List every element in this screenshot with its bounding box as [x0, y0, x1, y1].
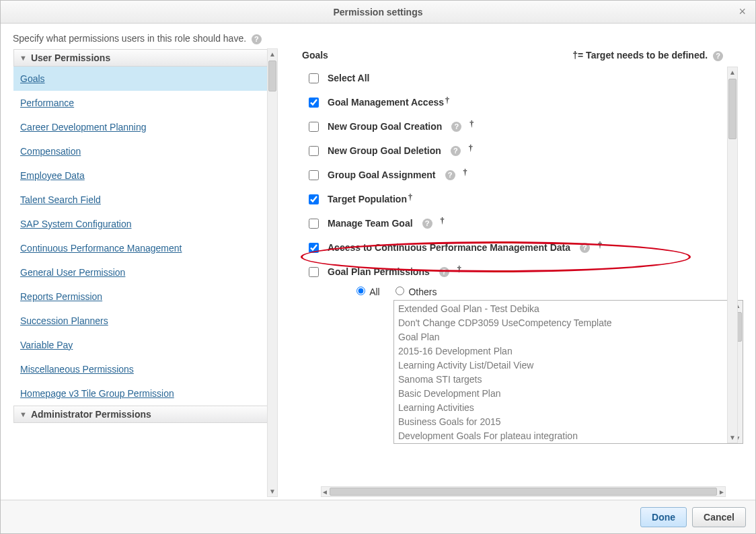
list-item[interactable]: Goal Plan	[398, 330, 739, 344]
dagger-icon: †	[598, 240, 602, 250]
permission-list: Select All Goal Management Access† New G…	[301, 67, 743, 444]
section-label: User Permissions	[31, 52, 110, 63]
dialog-body: Specify what permissions users in this r…	[1, 24, 755, 500]
panel-hscrollbar[interactable]: ◄ ►	[321, 486, 726, 497]
permissions-body: Select All Goal Management Access† New G…	[301, 67, 743, 497]
sidebar-item-employee-data[interactable]: Employee Data	[13, 163, 277, 188]
scroll-left-icon[interactable]: ◄	[322, 487, 328, 497]
scrollbar-thumb[interactable]	[268, 61, 276, 91]
permission-manage-team-goal: Manage Team Goal ? †	[306, 212, 743, 236]
section-user-permissions[interactable]: ▼ User Permissions	[13, 49, 277, 67]
goal-plan-listbox[interactable]: Extended Goal Plan - Test Debika Don't C…	[393, 300, 743, 444]
permission-label: Target Population†	[328, 194, 412, 205]
list-item[interactable]: Don't Change CDP3059 UseCompetency Templ…	[398, 316, 739, 330]
list-item[interactable]: Learning Activities	[398, 401, 739, 415]
checkbox-goal-management-access[interactable]	[309, 98, 319, 108]
dagger-icon: †	[463, 167, 467, 178]
permissions-title: Goals	[302, 50, 328, 61]
help-icon[interactable]: ?	[422, 219, 432, 229]
help-icon[interactable]: ?	[252, 34, 262, 44]
permission-label: New Group Goal Deletion	[328, 145, 441, 156]
sidebar-item-sap-system-configuration[interactable]: SAP System Configuration	[13, 212, 277, 236]
radio-all-label[interactable]: All	[353, 287, 380, 297]
permission-label: Access to Continuous Performance Managem…	[328, 242, 570, 253]
scroll-up-icon[interactable]: ▲	[269, 49, 276, 59]
permissions-panel: Goals †= Target needs to be defined. ? S…	[278, 48, 743, 497]
help-icon[interactable]: ?	[580, 243, 590, 253]
dagger-icon: †	[457, 264, 461, 274]
checkbox-select-all[interactable]	[309, 73, 319, 83]
sidebar-item-career-development-planning[interactable]: Career Development Planning	[13, 115, 277, 139]
section-user-permissions-items: Goals Performance Career Development Pla…	[13, 67, 277, 406]
permission-goal-management-access: Goal Management Access†	[306, 91, 743, 115]
sidebar-item-talent-search-field[interactable]: Talent Search Field	[13, 188, 277, 212]
goal-plan-scope-radios: All Others	[306, 284, 743, 297]
sidebar-item-reports-permission[interactable]: Reports Permission	[13, 284, 277, 309]
permissions-header: Goals †= Target needs to be defined. ?	[301, 48, 743, 67]
scroll-right-icon[interactable]: ►	[718, 487, 725, 497]
scrollbar-thumb[interactable]	[330, 488, 717, 496]
sidebar-scrollbar[interactable]: ▲ ▼	[267, 48, 278, 497]
permission-label: Goal Plan Permissions	[328, 266, 430, 277]
sidebar-item-variable-pay[interactable]: Variable Pay	[13, 333, 277, 357]
dagger-icon: †	[441, 216, 445, 226]
close-icon[interactable]: ×	[734, 5, 750, 19]
checkbox-new-group-goal-deletion[interactable]	[309, 146, 319, 156]
sidebar-item-miscellaneous-permissions[interactable]: Miscellaneous Permissions	[13, 357, 277, 381]
list-item[interactable]: 2015-16 Development Plan	[398, 344, 739, 358]
permission-settings-dialog: Permission settings × Specify what permi…	[0, 0, 756, 534]
radio-others-label[interactable]: Others	[392, 287, 437, 297]
checkbox-new-group-goal-creation[interactable]	[309, 122, 319, 132]
permission-group-goal-assignment: Group Goal Assignment ? †	[306, 163, 743, 188]
help-icon[interactable]: ?	[451, 146, 461, 156]
help-icon[interactable]: ?	[439, 267, 449, 277]
radio-all[interactable]	[356, 287, 365, 295]
section-label: Administrator Permissions	[31, 409, 151, 420]
sidebar-item-goals[interactable]: Goals	[13, 67, 277, 91]
scroll-up-icon[interactable]: ▲	[729, 67, 736, 77]
list-item[interactable]: Business Goals for 2015	[398, 415, 739, 429]
sidebar-item-compensation[interactable]: Compensation	[13, 139, 277, 163]
sidebar-item-succession-planners[interactable]: Succession Planners	[13, 309, 277, 333]
list-item[interactable]: Development Goals For plateau integratio…	[398, 429, 739, 443]
checkbox-target-population[interactable]	[309, 194, 319, 204]
legend-text: †= Target needs to be defined.	[572, 50, 708, 61]
list-item[interactable]: Learning Activity List/Detail View	[398, 358, 739, 373]
dagger-icon: †	[445, 96, 449, 105]
checkbox-goal-plan-permissions[interactable]	[309, 267, 319, 277]
goal-plan-list-inner: Extended Goal Plan - Test Debika Don't C…	[394, 301, 743, 444]
sidebar-item-homepage-v3-tile-group-permission[interactable]: Homepage v3 Tile Group Permission	[13, 381, 277, 406]
scroll-down-icon[interactable]: ▼	[729, 432, 736, 443]
sidebar-item-performance[interactable]: Performance	[13, 91, 277, 115]
list-item[interactable]: Extended Goal Plan - Test Debika	[398, 302, 739, 316]
checkbox-access-cpm-data[interactable]	[309, 243, 319, 253]
sidebar-item-continuous-performance-management[interactable]: Continuous Performance Management	[13, 236, 277, 260]
help-icon[interactable]: ?	[445, 170, 455, 180]
radio-others[interactable]	[395, 287, 404, 295]
done-button[interactable]: Done	[640, 507, 687, 527]
permission-new-group-goal-deletion: New Group Goal Deletion ? †	[306, 139, 743, 163]
permission-select-all: Select All	[306, 67, 743, 91]
dialog-title: Permission settings	[333, 7, 422, 17]
checkbox-group-goal-assignment[interactable]	[309, 170, 319, 180]
scrollbar-thumb[interactable]	[728, 79, 736, 139]
checkbox-manage-team-goal[interactable]	[309, 219, 319, 229]
cancel-button[interactable]: Cancel	[692, 507, 746, 527]
section-administrator-permissions[interactable]: ▼ Administrator Permissions	[13, 406, 277, 423]
help-icon[interactable]: ?	[451, 122, 461, 132]
radio-all-text: All	[369, 287, 380, 297]
help-icon[interactable]: ?	[713, 51, 723, 61]
panel-scrollbar[interactable]: ▲ ▼	[727, 67, 738, 443]
scroll-down-icon[interactable]: ▼	[269, 486, 276, 496]
category-sidebar: ▼ User Permissions Goals Performance Car…	[13, 48, 278, 497]
permission-label: Group Goal Assignment	[328, 169, 436, 180]
instruction-text: Specify what permissions users in this r…	[13, 33, 743, 44]
permission-access-cpm-data: Access to Continuous Performance Managem…	[306, 236, 743, 260]
permission-text: Goal Management Access	[328, 97, 444, 108]
sidebar-item-general-user-permission[interactable]: General User Permission	[13, 260, 277, 284]
list-item[interactable]: Basic Development Plan	[398, 387, 739, 401]
dialog-header: Permission settings ×	[1, 1, 755, 24]
list-item[interactable]: Sanoma STI targets	[398, 373, 739, 387]
permission-label: Goal Management Access†	[328, 97, 449, 108]
permission-label: Manage Team Goal	[328, 218, 413, 229]
